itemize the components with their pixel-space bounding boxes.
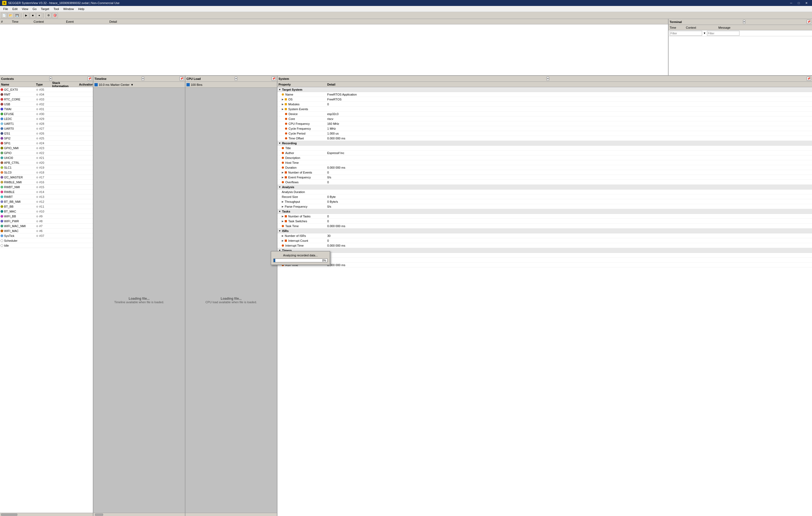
row-name: Name FreeRTOS Application: [278, 92, 812, 97]
toolbar-open[interactable]: 📂: [7, 13, 13, 18]
timeline-marker-arrow: ▼: [130, 83, 134, 86]
contexts-scrollbar[interactable]: [0, 513, 93, 516]
menu-target[interactable]: Target: [39, 7, 52, 11]
intcount-icon: [285, 239, 287, 242]
analysis-chevron: ▼: [278, 186, 281, 189]
contexts-pin-button[interactable]: 📌: [87, 77, 92, 81]
progress-bar-container: 0%: [273, 259, 327, 262]
list-item: RTC_CORE⚙ #33: [0, 97, 93, 102]
detail-rec-overflows: 0: [326, 180, 812, 184]
section-recording[interactable]: ▼ Recording: [278, 141, 812, 146]
list-item: UART0⚙ #27: [0, 126, 93, 131]
system-pin-button[interactable]: 📌: [807, 77, 811, 81]
taskswitches-expand[interactable]: ▶: [282, 220, 284, 223]
target-system-chevron: ▼: [278, 88, 281, 91]
section-isrs[interactable]: ▼ ISRs: [278, 229, 812, 233]
progress-bar-fill: [273, 259, 275, 262]
timeline-header: Timeline × 📌: [93, 76, 185, 82]
numevents-expand[interactable]: ▶: [282, 171, 284, 174]
terminal-col-time: Time: [669, 26, 685, 29]
contexts-col-header: Name Type Stack Information Activation: [0, 82, 93, 87]
prop-num-tasks-label: Number of Tasks: [288, 215, 311, 218]
modules-expand[interactable]: ▶: [282, 103, 284, 106]
evfreq-icon: [285, 176, 287, 178]
cpuload-loading-main: Loading file...: [221, 297, 241, 300]
cpuload-pin-button[interactable]: 📌: [271, 77, 276, 81]
timeline-title: Timeline: [94, 77, 106, 80]
tasks-label: Tasks: [281, 210, 290, 213]
menu-help[interactable]: Help: [76, 7, 87, 11]
prop-num-isrs-label: Number of ISRs: [285, 234, 306, 237]
intcount-expand[interactable]: ▶: [282, 239, 284, 242]
close-button[interactable]: ✕: [803, 0, 810, 6]
cpuload-header: CPU Load × 📌: [185, 76, 277, 82]
terminal-filter-row: ▼: [669, 30, 812, 36]
throughput-expand[interactable]: ▶: [282, 200, 284, 203]
prop-time-offset: Time Offset: [278, 137, 326, 140]
prop-rec-author-label: Author: [285, 151, 294, 154]
sysevents-expand[interactable]: ▶: [282, 108, 284, 111]
prop-rec-hosttime: Host Time: [278, 161, 326, 164]
timeline-content: Loading file... Timeline available when …: [93, 88, 185, 513]
os-expand[interactable]: ▶: [282, 98, 284, 101]
minimize-button[interactable]: ─: [788, 0, 795, 6]
main-container: # Time Context Event Detail Terminal × 📌…: [0, 19, 812, 516]
rechosttime-icon: [282, 162, 284, 164]
numisrs-expand[interactable]: ▶: [282, 234, 284, 237]
cpuload-scrollbar[interactable]: [185, 513, 277, 516]
prop-rec-evfreq: ▶ Event Frequency: [278, 176, 326, 179]
timeline-close-button[interactable]: ×: [142, 77, 144, 81]
timeline-pin-button[interactable]: 📌: [179, 77, 184, 81]
menu-view[interactable]: View: [20, 7, 31, 11]
ctx-name-text: GPIO: [4, 151, 12, 154]
contexts-close-button[interactable]: ×: [49, 77, 52, 81]
terminal-filter-input-2[interactable]: [707, 31, 740, 36]
menu-window[interactable]: Window: [61, 7, 76, 11]
cpuload-close-button[interactable]: ×: [235, 77, 237, 81]
row-time-offset: Time Offset 0.000 000 ms: [278, 136, 812, 141]
toolbar-target[interactable]: 🎯: [52, 13, 58, 18]
row-interrupt-time: Interrupt Time 0.000 000 ms: [278, 243, 812, 248]
prop-task-time-label: Task Time: [285, 224, 299, 228]
isrs-label: ISRs: [281, 229, 289, 233]
menu-edit[interactable]: Edit: [10, 7, 20, 11]
numtasks-expand[interactable]: ▶: [282, 215, 284, 218]
detail-cycle-freq: 1 MHz: [326, 127, 812, 130]
section-target-system[interactable]: ▼ Target System: [278, 87, 812, 92]
ctx-name-text: RMT: [4, 93, 10, 96]
menu-tool[interactable]: Tool: [52, 7, 61, 11]
restore-button[interactable]: □: [795, 0, 802, 6]
system-close-button[interactable]: ×: [547, 77, 549, 81]
list-item: UART1⚙ #28: [0, 121, 93, 126]
toolbar-save[interactable]: 💾: [14, 13, 20, 18]
timeline-scrollbar[interactable]: [93, 513, 185, 516]
prop-rec-duration-label: Duration: [285, 166, 297, 169]
row-cycle-freq: Cycle Frequency 1 MHz: [278, 126, 812, 131]
terminal-close-button[interactable]: ×: [743, 20, 746, 24]
detail-task-time: 0.000 000 ms: [326, 224, 812, 228]
section-analysis[interactable]: ▼ Analysis: [278, 184, 812, 190]
toolbar-stop[interactable]: ■: [30, 13, 36, 18]
parsefreq-expand[interactable]: ▶: [282, 205, 284, 208]
ctx-name-text: UART1: [4, 122, 14, 125]
evfreq-expand[interactable]: ▶: [282, 176, 284, 179]
terminal-pin-button[interactable]: 📌: [807, 20, 811, 24]
prop-rec-hosttime-label: Host Time: [285, 161, 299, 164]
menu-go[interactable]: Go: [30, 7, 39, 11]
toolbar-record[interactable]: ●: [36, 13, 42, 18]
terminal-filter-input[interactable]: [670, 31, 702, 36]
row-cpu-freq: CPU Frequency 160 MHz: [278, 121, 812, 126]
toolbar-new[interactable]: 📄: [1, 13, 7, 18]
prop-num-tasks: ▶ Number of Tasks: [278, 215, 326, 218]
ctx-col-type: Type: [35, 83, 51, 86]
detail-cycle-period: 1.000 us: [326, 132, 812, 135]
toolbar-settings[interactable]: ⚙: [46, 13, 52, 18]
menu-file[interactable]: File: [1, 7, 10, 11]
list-item: RWBT⚙ #13: [0, 194, 93, 199]
ctx-name-text: GPIO_NMI: [4, 146, 19, 150]
section-tasks[interactable]: ▼ Tasks: [278, 209, 812, 214]
section-timers[interactable]: ▼ Timers: [278, 248, 812, 253]
terminal-header: Terminal × 📌: [669, 19, 812, 25]
toolbar-play[interactable]: ▶: [23, 13, 29, 18]
row-rec-hosttime: Host Time: [278, 160, 812, 165]
